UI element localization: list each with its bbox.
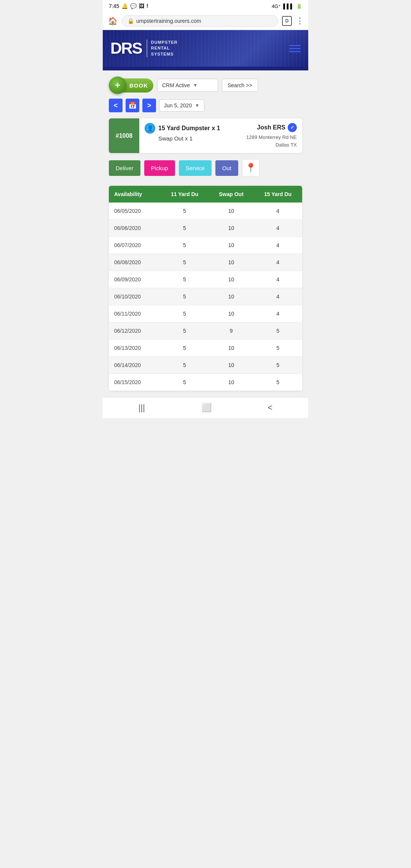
table-cell: 4 <box>253 288 302 305</box>
pickup-button[interactable]: Pickup <box>144 160 175 176</box>
nav-menu-button[interactable]: ||| <box>139 403 145 413</box>
calendar-button[interactable]: 📅 <box>126 99 139 112</box>
nav-back-button[interactable]: < <box>268 403 272 413</box>
table-cell: 4 <box>253 305 302 322</box>
messenger-icon: 💬 <box>130 3 137 9</box>
table-row: 06/08/20205104 <box>109 254 302 271</box>
book-button[interactable]: + BOOK <box>109 77 153 94</box>
customer-badge-icon: ✓ <box>288 123 297 132</box>
table-cell: 5 <box>253 340 302 357</box>
order-customer: Josh ERS ✓ 1289 Monterrey Rd NE Dallas T… <box>241 118 302 153</box>
table-cell: 4 <box>253 271 302 288</box>
table-cell: 5 <box>160 220 209 237</box>
hamburger-menu[interactable] <box>289 45 301 52</box>
time-display: 7:45 <box>109 3 119 9</box>
date-nav: < 📅 > Jun 5, 2020 ▼ <box>109 99 302 112</box>
tab-switcher[interactable]: D <box>282 16 292 26</box>
table-cell: 5 <box>253 374 302 391</box>
date-select[interactable]: Jun 5, 2020 ▼ <box>159 99 204 112</box>
table-cell: 10 <box>209 271 253 288</box>
current-date: Jun 5, 2020 <box>164 102 192 108</box>
service-icon: 👤 <box>145 123 155 134</box>
table-cell: 06/05/2020 <box>109 203 160 220</box>
table-cell: 5 <box>253 322 302 340</box>
col-header-swapout: Swap Out <box>209 186 253 203</box>
logo-line2: RENTAL <box>151 45 178 51</box>
table-cell: 06/13/2020 <box>109 340 160 357</box>
customer-name-text: Josh ERS <box>257 124 285 131</box>
table-cell: 06/06/2020 <box>109 220 160 237</box>
table-cell: 06/07/2020 <box>109 237 160 254</box>
out-button[interactable]: Out <box>215 160 238 176</box>
address-line1: 1289 Monterrey Rd NE <box>246 134 297 140</box>
table-cell: 5 <box>160 305 209 322</box>
table-row: 06/10/20205104 <box>109 288 302 305</box>
table-cell: 10 <box>209 203 253 220</box>
table-cell: 5 <box>160 374 209 391</box>
order-card: #1008 👤 15 Yard Dumpster x 1 Swap Out x … <box>109 118 302 153</box>
crm-select[interactable]: CRM Active ▼ <box>157 79 218 92</box>
service-button[interactable]: Service <box>179 160 212 176</box>
url-bar[interactable]: 🔒 umpstertraining.ourers.com <box>122 15 278 27</box>
customer-address: 1289 Monterrey Rd NE Dallas TX <box>246 134 297 148</box>
col-header-15yard: 15 Yard Du <box>253 186 302 203</box>
notification-icon: 🔔 <box>121 3 128 9</box>
deliver-button[interactable]: Deliver <box>109 160 140 176</box>
table-row: 06/06/20205104 <box>109 220 302 237</box>
table-cell: 06/15/2020 <box>109 374 160 391</box>
crm-dropdown-arrow: ▼ <box>193 83 198 88</box>
action-buttons: Deliver Pickup Service Out 📍 <box>109 159 302 177</box>
table-row: 06/09/20205104 <box>109 271 302 288</box>
table-cell: 10 <box>209 340 253 357</box>
table-cell: 10 <box>209 305 253 322</box>
table-cell: 06/11/2020 <box>109 305 160 322</box>
facebook-icon: f <box>147 3 148 9</box>
table-row: 06/05/20205104 <box>109 203 302 220</box>
order-id: #1008 <box>109 118 139 153</box>
home-icon[interactable]: 🏠 <box>107 16 118 26</box>
table-cell: 10 <box>209 220 253 237</box>
table-cell: 5 <box>160 237 209 254</box>
lock-icon: 🔒 <box>127 18 134 24</box>
table-cell: 5 <box>160 357 209 374</box>
table-cell: 10 <box>209 254 253 271</box>
toolbar: + BOOK CRM Active ▼ Search >> <box>109 77 302 94</box>
logo-drs: DRS <box>110 39 142 57</box>
table-cell: 10 <box>209 374 253 391</box>
table-row: 06/15/20205105 <box>109 374 302 391</box>
search-button[interactable]: Search >> <box>222 79 258 92</box>
next-date-button[interactable]: > <box>142 99 156 112</box>
logo-line3: SYSTEMS <box>151 51 178 57</box>
nav-home-button[interactable]: ⬜ <box>201 403 212 413</box>
table-cell: 06/14/2020 <box>109 357 160 374</box>
table-cell: 06/08/2020 <box>109 254 160 271</box>
url-text: umpstertraining.ourers.com <box>136 18 201 24</box>
battery-icon: 🔋 <box>296 3 302 9</box>
table-row: 06/07/20205104 <box>109 237 302 254</box>
table-cell: 5 <box>160 322 209 340</box>
maps-button[interactable]: 📍 <box>242 159 260 177</box>
crm-value: CRM Active <box>162 82 190 88</box>
table-row: 06/11/20205104 <box>109 305 302 322</box>
table-cell: 5 <box>160 203 209 220</box>
table-cell: 5 <box>160 254 209 271</box>
prev-date-button[interactable]: < <box>109 99 123 112</box>
table-cell: 5 <box>253 357 302 374</box>
bottom-nav: ||| ⬜ < <box>103 397 308 418</box>
table-row: 06/12/2020595 <box>109 322 302 340</box>
col-header-11yard: 11 Yard Du <box>160 186 209 203</box>
table-cell: 9 <box>209 322 253 340</box>
address-line2: Dallas TX <box>276 142 297 148</box>
service-item: 15 Yard Dumpster x 1 <box>158 125 220 132</box>
availability-table: Availability 11 Yard Du Swap Out 15 Yard… <box>109 186 302 391</box>
table-cell: 5 <box>160 271 209 288</box>
gallery-icon: 🖼 <box>139 3 144 9</box>
browser-menu[interactable]: ⋮ <box>296 16 304 26</box>
table-cell: 5 <box>160 340 209 357</box>
col-header-availability: Availability <box>109 186 160 203</box>
network-indicator: 4G⁺ <box>272 3 281 9</box>
order-type: Swap Out x 1 <box>158 135 236 142</box>
table-cell: 10 <box>209 357 253 374</box>
table-cell: 06/10/2020 <box>109 288 160 305</box>
header-banner: DRS DUMPSTER RENTAL SYSTEMS <box>103 30 308 67</box>
